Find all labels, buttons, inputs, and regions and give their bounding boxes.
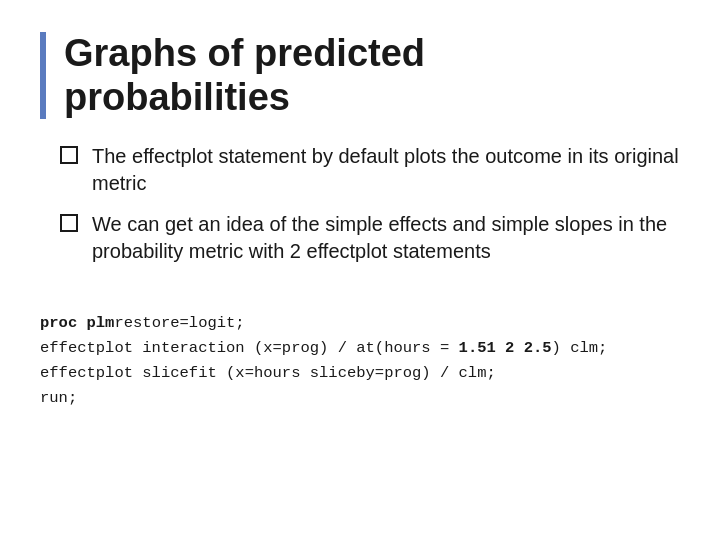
bullet-checkbox-2 bbox=[60, 214, 78, 232]
bullet-item: We can get an idea of the simple effects… bbox=[60, 211, 680, 265]
code-line-1: proc plmrestore=logit; bbox=[40, 311, 680, 336]
slide-container: Graphs of predicted probabilities The ef… bbox=[0, 0, 720, 540]
code-block: proc plmrestore=logit; effectplot intera… bbox=[40, 311, 680, 410]
code-line-4: run; bbox=[40, 386, 680, 411]
bullet-list: The effectplot statement by default plot… bbox=[40, 143, 680, 279]
code-line-2: effectplot interaction (x=prog) / at(hou… bbox=[40, 336, 680, 361]
code-line-3: effectplot slicefit (x=hours sliceby=pro… bbox=[40, 361, 680, 386]
title-section: Graphs of predicted probabilities bbox=[40, 32, 680, 119]
slide-title: Graphs of predicted probabilities bbox=[64, 32, 680, 119]
bullet-checkbox-1 bbox=[60, 146, 78, 164]
bullet-text-2: We can get an idea of the simple effects… bbox=[92, 211, 680, 265]
bullet-text-1: The effectplot statement by default plot… bbox=[92, 143, 680, 197]
bullet-item: The effectplot statement by default plot… bbox=[60, 143, 680, 197]
